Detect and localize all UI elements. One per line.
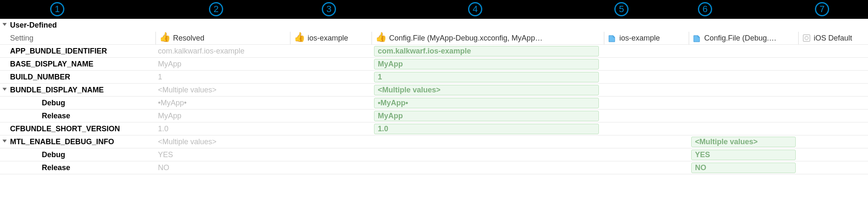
config-file-project-value[interactable]: <Multiple values> xyxy=(689,135,798,148)
setting-name: Release xyxy=(0,161,155,174)
setting-row-expandable[interactable]: MTL_ENABLE_DEBUG_INFO <Multiple values> … xyxy=(0,135,868,148)
target-value[interactable] xyxy=(290,122,372,135)
default-value xyxy=(798,84,868,96)
setting-row-child[interactable]: Debug YES YES xyxy=(0,148,868,161)
col-target-header[interactable]: 👍 ios-example xyxy=(290,32,372,44)
setting-name: Debug xyxy=(0,148,155,161)
config-file-project-value[interactable] xyxy=(689,58,798,70)
project-value[interactable] xyxy=(604,84,689,96)
disclosure-triangle-down-icon[interactable] xyxy=(2,22,7,27)
setting-name: BASE_DISPLAY_NAME xyxy=(0,58,155,70)
setting-row[interactable]: APP_BUNDLE_IDENTIFIER com.kalkwarf.ios-e… xyxy=(0,45,868,58)
config-file-project-value[interactable] xyxy=(689,45,798,57)
config-file-project-value[interactable] xyxy=(689,110,798,122)
column-badge-3: 3 xyxy=(322,2,336,16)
target-value[interactable] xyxy=(290,71,372,83)
svg-marker-4 xyxy=(3,140,7,143)
default-value xyxy=(798,45,868,57)
config-file-project-value[interactable]: YES xyxy=(689,148,798,161)
project-value[interactable] xyxy=(604,122,689,135)
config-file-target-value[interactable]: MyApp xyxy=(372,58,604,70)
setting-row-child[interactable]: Debug •MyApp• •MyApp• xyxy=(0,97,868,110)
thumbs-up-icon: 👍 xyxy=(159,33,171,42)
col-default-header[interactable]: iOS Default xyxy=(798,32,868,44)
section-title: User-Defined xyxy=(10,21,57,30)
target-value[interactable] xyxy=(290,135,372,148)
framework-icon xyxy=(802,33,811,43)
column-badge-5: 5 xyxy=(614,2,629,16)
target-value[interactable] xyxy=(290,110,372,122)
project-value[interactable] xyxy=(604,71,689,83)
thumbs-up-icon: 👍 xyxy=(294,33,305,42)
project-value[interactable] xyxy=(604,110,689,122)
setting-row[interactable]: BUILD_NUMBER 1 1 xyxy=(0,71,868,84)
default-value xyxy=(798,161,868,174)
setting-name: BUNDLE_DISPLAY_NAME xyxy=(0,84,155,96)
col-project-header[interactable]: ios-example xyxy=(604,32,689,44)
project-value[interactable] xyxy=(604,161,689,174)
target-value[interactable] xyxy=(290,97,372,109)
resolved-value: 1.0 xyxy=(155,122,290,135)
target-value[interactable] xyxy=(290,161,372,174)
target-value[interactable] xyxy=(290,45,372,57)
setting-name: Debug xyxy=(0,97,155,109)
setting-row[interactable]: BASE_DISPLAY_NAME MyApp MyApp xyxy=(0,58,868,71)
thumbs-up-icon: 👍 xyxy=(375,33,387,42)
resolved-value: YES xyxy=(155,148,290,161)
default-value xyxy=(798,135,868,148)
setting-row-expandable[interactable]: BUNDLE_DISPLAY_NAME <Multiple values> <M… xyxy=(0,84,868,97)
project-value[interactable] xyxy=(604,148,689,161)
project-value[interactable] xyxy=(604,58,689,70)
svg-rect-1 xyxy=(803,35,810,41)
target-value[interactable] xyxy=(290,58,372,70)
default-value xyxy=(798,97,868,109)
setting-row[interactable]: CFBUNDLE_SHORT_VERSION 1.0 1.0 xyxy=(0,122,868,135)
disclosure-triangle-down-icon[interactable] xyxy=(2,87,7,92)
config-file-project-value[interactable]: NO xyxy=(689,161,798,174)
target-value[interactable] xyxy=(290,84,372,96)
setting-row-child[interactable]: Release MyApp MyApp xyxy=(0,110,868,122)
project-value[interactable] xyxy=(604,97,689,109)
resolved-value: MyApp xyxy=(155,58,290,70)
setting-name: APP_BUNDLE_IDENTIFIER xyxy=(0,45,155,57)
col-resolved-header[interactable]: 👍 Resolved xyxy=(155,32,290,44)
svg-point-2 xyxy=(805,36,808,40)
column-badge-bar: 1 2 3 4 5 6 7 xyxy=(0,0,868,19)
config-file-target-value[interactable]: 1 xyxy=(372,71,604,83)
section-header-row[interactable]: User-Defined xyxy=(0,19,868,32)
config-file-project-value[interactable] xyxy=(689,97,798,109)
setting-row-child[interactable]: Release NO NO xyxy=(0,161,868,174)
config-file-project-value[interactable] xyxy=(689,71,798,83)
svg-marker-0 xyxy=(3,23,7,26)
default-value xyxy=(798,122,868,135)
default-value xyxy=(798,58,868,70)
default-value xyxy=(798,110,868,122)
target-value[interactable] xyxy=(290,148,372,161)
section-header[interactable]: User-Defined xyxy=(0,19,155,31)
col-config-file-project-header[interactable]: Config.File (Debug.… xyxy=(689,32,798,44)
project-value[interactable] xyxy=(604,135,689,148)
project-icon xyxy=(692,33,702,43)
column-badge-7: 7 xyxy=(815,2,829,16)
config-file-target-value[interactable]: •MyApp• xyxy=(372,97,604,109)
config-file-target-value[interactable]: <Multiple values> xyxy=(372,84,604,96)
setting-name: CFBUNDLE_SHORT_VERSION xyxy=(0,122,155,135)
config-file-project-value[interactable] xyxy=(689,122,798,135)
config-file-target-value[interactable]: MyApp xyxy=(372,110,604,122)
config-file-target-value[interactable]: 1.0 xyxy=(372,122,604,135)
config-file-target-value[interactable] xyxy=(372,148,604,161)
column-badge-4: 4 xyxy=(468,2,482,16)
resolved-value: MyApp xyxy=(155,110,290,122)
config-file-project-value[interactable] xyxy=(689,84,798,96)
config-file-target-value[interactable] xyxy=(372,135,604,148)
disclosure-triangle-down-icon[interactable] xyxy=(2,138,7,143)
project-value[interactable] xyxy=(604,45,689,57)
col-config-file-target-header[interactable]: 👍 Config.File (MyApp-Debug.xcconfig, MyA… xyxy=(372,32,604,44)
config-file-target-value[interactable]: com.kalkwarf.ios-example xyxy=(372,45,604,57)
col-setting-header: Setting xyxy=(0,32,155,44)
resolved-value: NO xyxy=(155,161,290,174)
default-value xyxy=(798,148,868,161)
default-value xyxy=(798,71,868,83)
setting-name: Release xyxy=(0,110,155,122)
config-file-target-value[interactable] xyxy=(372,161,604,174)
